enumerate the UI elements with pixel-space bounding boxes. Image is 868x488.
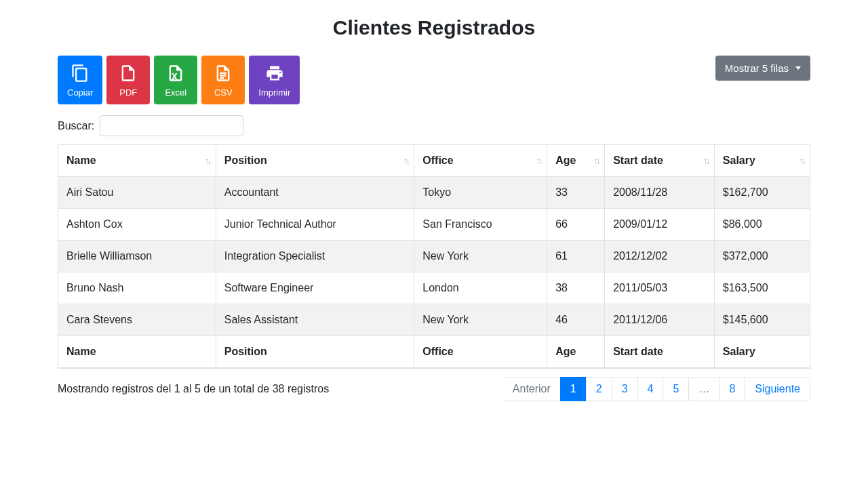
print-label: Imprimir	[258, 87, 290, 98]
search-input[interactable]	[100, 115, 243, 136]
cell-name: Ashton Cox	[58, 209, 216, 241]
cell-salary: $86,000	[714, 209, 810, 241]
copy-label: Copiar	[67, 87, 93, 98]
col-header-age[interactable]: Age ↑↓	[547, 145, 605, 177]
foot-office: Office	[414, 336, 547, 369]
page-next[interactable]: Siguiente	[745, 377, 810, 401]
col-header-position[interactable]: Position ↑↓	[216, 145, 414, 177]
page-label: 8	[719, 378, 745, 401]
foot-age: Age	[547, 336, 605, 369]
clients-table: Name ↑↓ Position ↑↓ Office ↑↓ Age ↑↓ Sta…	[58, 144, 810, 369]
foot-position: Position	[216, 336, 414, 369]
sort-icon: ↑↓	[593, 155, 599, 166]
cell-position: Junior Technical Author	[216, 209, 414, 241]
cell-position: Software Engineer	[216, 272, 414, 304]
print-icon	[265, 64, 284, 85]
cell-office: San Francisco	[414, 209, 547, 241]
page-label: 2	[587, 378, 612, 401]
csv-button[interactable]: CSV	[201, 56, 245, 104]
table-info: Mostrando registros del 1 al 5 de un tot…	[58, 383, 329, 395]
pdf-button[interactable]: PDF	[106, 56, 150, 104]
cell-name: Brielle Williamson	[58, 241, 216, 272]
cell-start: 2011/12/06	[605, 304, 715, 336]
cell-salary: $162,700	[714, 177, 810, 209]
cell-office: New York	[414, 304, 547, 336]
cell-age: 46	[547, 304, 605, 336]
cell-position: Sales Assistant	[216, 304, 414, 336]
table-row: Ashton Cox Junior Technical Author San F…	[58, 209, 810, 241]
col-header-name-label: Name	[66, 155, 96, 166]
cell-salary: $372,000	[714, 241, 810, 272]
pdf-label: PDF	[119, 87, 137, 98]
cell-start: 2009/01/12	[605, 209, 715, 241]
page-1[interactable]: 1	[560, 377, 587, 401]
cell-start: 2012/12/02	[605, 241, 715, 272]
col-header-office[interactable]: Office ↑↓	[414, 145, 547, 177]
page-ellipsis: …	[688, 377, 719, 401]
copy-button[interactable]: Copiar	[58, 56, 102, 104]
page-prev-label: Anterior	[503, 378, 560, 401]
sort-icon: ↑↓	[799, 155, 804, 166]
page-5[interactable]: 5	[663, 377, 689, 401]
col-header-salary[interactable]: Salary ↑↓	[714, 145, 810, 177]
cell-age: 61	[547, 241, 605, 272]
cell-position: Integration Specialist	[216, 241, 414, 272]
col-header-startdate[interactable]: Start date ↑↓	[605, 145, 715, 177]
cell-name: Cara Stevens	[58, 304, 216, 336]
page-label: 3	[612, 378, 637, 401]
cell-office: New York	[414, 241, 547, 272]
export-button-group: Copiar PDF Excel CSV	[58, 56, 300, 104]
sort-icon: ↑↓	[536, 155, 541, 166]
col-header-startdate-label: Start date	[613, 155, 663, 166]
col-header-office-label: Office	[422, 155, 453, 166]
cell-salary: $145,600	[714, 304, 810, 336]
cell-name: Bruno Nash	[58, 272, 216, 304]
cell-position: Accountant	[216, 177, 414, 209]
rows-per-page-label: Mostrar 5 filas	[725, 62, 789, 74]
col-header-name[interactable]: Name ↑↓	[58, 145, 216, 177]
col-header-position-label: Position	[224, 155, 267, 166]
cell-office: London	[414, 272, 547, 304]
page-next-label: Siguiente	[745, 378, 810, 401]
cell-start: 2008/11/28	[605, 177, 715, 209]
copy-icon	[71, 64, 90, 85]
foot-salary: Salary	[714, 336, 810, 369]
col-header-salary-label: Salary	[723, 155, 755, 166]
page-title: Clientes Registrados	[58, 16, 810, 39]
chevron-down-icon	[795, 66, 801, 70]
file-pdf-icon	[119, 64, 138, 85]
table-row: Cara Stevens Sales Assistant New York 46…	[58, 304, 810, 336]
page-3[interactable]: 3	[612, 377, 638, 401]
page-label: 4	[638, 378, 663, 401]
excel-button[interactable]: Excel	[154, 56, 197, 104]
page-4[interactable]: 4	[637, 377, 664, 401]
col-header-age-label: Age	[555, 155, 576, 166]
csv-label: CSV	[214, 87, 233, 98]
rows-per-page-dropdown[interactable]: Mostrar 5 filas	[715, 56, 810, 81]
table-header-row: Name ↑↓ Position ↑↓ Office ↑↓ Age ↑↓ Sta…	[58, 145, 810, 177]
table-footer-row: Name Position Office Age Start date Sala…	[58, 336, 810, 369]
print-button[interactable]: Imprimir	[249, 56, 300, 104]
cell-name: Airi Satou	[58, 177, 216, 209]
page-8[interactable]: 8	[719, 377, 745, 401]
file-excel-icon	[166, 64, 185, 85]
table-row: Bruno Nash Software Engineer London 38 2…	[58, 272, 810, 304]
excel-label: Excel	[165, 87, 186, 98]
table-row: Brielle Williamson Integration Specialis…	[58, 241, 810, 272]
page-label: …	[689, 378, 719, 401]
page-prev[interactable]: Anterior	[503, 377, 561, 401]
cell-age: 33	[547, 177, 605, 209]
cell-age: 38	[547, 272, 605, 304]
foot-name: Name	[58, 336, 216, 369]
search-label: Buscar:	[58, 120, 94, 132]
cell-start: 2011/05/03	[605, 272, 715, 304]
table-row: Airi Satou Accountant Tokyo 33 2008/11/2…	[58, 177, 810, 209]
page-label: 1	[561, 378, 586, 401]
cell-age: 66	[547, 209, 605, 241]
page-2[interactable]: 2	[586, 377, 612, 401]
sort-icon: ↑↓	[403, 155, 408, 166]
sort-icon: ↑↓	[703, 155, 709, 166]
sort-icon: ↑↓	[205, 155, 210, 166]
pagination: Anterior 1 2 3 4 5 … 8 Siguiente	[503, 377, 810, 401]
file-text-icon	[214, 64, 233, 85]
